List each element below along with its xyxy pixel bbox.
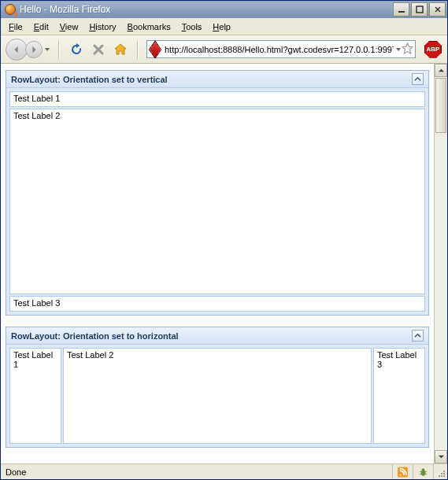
label-cell: Test Label 2 [63, 348, 372, 444]
svg-point-13 [443, 475, 445, 477]
menu-view[interactable]: View [55, 20, 83, 33]
menubar: File Edit View History Bookmarks Tools H… [1, 18, 447, 35]
scroll-track[interactable] [435, 77, 447, 450]
site-favicon[interactable] [149, 43, 161, 56]
vertical-scrollbar[interactable] [434, 64, 447, 463]
panel-vertical: RowLayout: Orientation set to vertical T… [6, 70, 429, 316]
panel-body: Test Label 1 Test Label 2 Test Label 3 [6, 345, 428, 447]
svg-rect-1 [417, 6, 423, 13]
stop-button[interactable] [90, 41, 107, 58]
status-icon-bug[interactable] [413, 464, 434, 479]
panel-horizontal: RowLayout: Orientation set to horizontal… [6, 327, 429, 448]
url-dropdown[interactable] [395, 46, 402, 53]
menu-tools[interactable]: Tools [177, 20, 207, 33]
svg-point-8 [422, 468, 425, 471]
menu-history[interactable]: History [84, 20, 120, 33]
collapse-button[interactable] [412, 330, 424, 342]
menu-bookmarks[interactable]: Bookmarks [123, 20, 176, 33]
scroll-up-button[interactable] [435, 64, 447, 77]
adblock-plus-icon[interactable]: ABP [424, 40, 442, 59]
svg-point-18 [443, 471, 445, 472]
menu-edit[interactable]: Edit [29, 20, 54, 33]
window-controls [393, 2, 446, 17]
forward-button[interactable] [25, 41, 43, 58]
svg-point-17 [441, 473, 442, 474]
url-input[interactable] [165, 45, 394, 54]
toolbar-separator [137, 40, 139, 59]
label-cell: Test Label 1 [9, 348, 61, 444]
reload-button[interactable] [68, 41, 85, 58]
nav-history-dropdown[interactable] [44, 46, 50, 53]
content-area: RowLayout: Orientation set to vertical T… [1, 64, 447, 463]
nav-buttons [6, 39, 50, 61]
status-icon-feed[interactable] [393, 464, 413, 479]
panel-title: RowLayout: Orientation set to vertical [11, 75, 168, 84]
navigation-toolbar: ABP [1, 35, 447, 64]
svg-point-16 [443, 473, 445, 474]
label-cell: Test Label 3 [373, 348, 425, 444]
panel-header[interactable]: RowLayout: Orientation set to horizontal [6, 327, 428, 345]
svg-point-15 [439, 475, 440, 477]
scroll-down-button[interactable] [435, 450, 447, 463]
page-content: RowLayout: Orientation set to vertical T… [1, 64, 434, 463]
statusbar: Done [1, 463, 447, 479]
panel-title: RowLayout: Orientation set to horizontal [11, 331, 179, 341]
resize-grip[interactable] [434, 464, 447, 479]
menu-file[interactable]: File [4, 20, 28, 33]
panel-header[interactable]: RowLayout: Orientation set to vertical [6, 71, 428, 88]
back-button[interactable] [6, 39, 28, 61]
close-button[interactable] [429, 2, 446, 17]
label-cell: Test Label 1 [9, 91, 425, 107]
bookmark-star-icon[interactable] [402, 42, 413, 56]
label-cell: Test Label 2 [9, 109, 425, 294]
window-title: Hello - Mozilla Firefox [20, 4, 393, 15]
status-text: Done [1, 464, 393, 479]
firefox-icon [4, 3, 17, 16]
titlebar[interactable]: Hello - Mozilla Firefox [1, 1, 447, 18]
minimize-button[interactable] [393, 2, 409, 17]
svg-rect-0 [398, 11, 405, 13]
scroll-thumb[interactable] [435, 78, 446, 133]
url-bar[interactable] [146, 40, 416, 58]
maximize-button[interactable] [411, 2, 428, 17]
browser-window: Hello - Mozilla Firefox File Edit View H… [0, 0, 448, 480]
menu-help[interactable]: Help [208, 20, 235, 33]
home-button[interactable] [112, 41, 129, 58]
svg-point-14 [441, 475, 442, 477]
collapse-button[interactable] [412, 73, 424, 85]
toolbar-separator [58, 40, 60, 59]
panel-body: Test Label 1 Test Label 2 Test Label 3 [6, 88, 428, 315]
label-cell: Test Label 3 [9, 296, 425, 312]
